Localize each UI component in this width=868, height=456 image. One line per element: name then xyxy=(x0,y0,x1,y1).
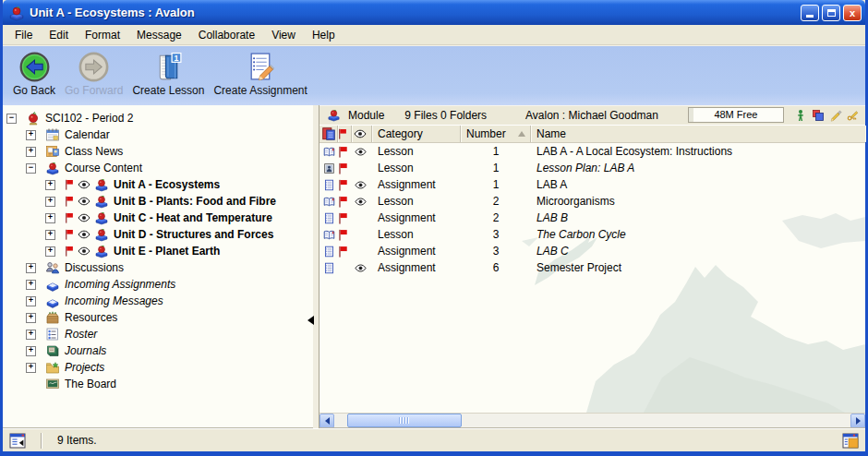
menu-view[interactable]: View xyxy=(263,27,304,43)
tree-item-unit-a-ecosystems[interactable]: +Unit A - Ecosystems xyxy=(3,176,313,193)
item-type-cell xyxy=(319,193,338,210)
menu-edit[interactable]: Edit xyxy=(41,27,77,43)
panel-toggle-right-icon[interactable] xyxy=(841,433,860,449)
splitter[interactable] xyxy=(313,105,319,428)
eye-icon xyxy=(355,179,367,191)
maximize-button[interactable] xyxy=(822,5,840,21)
window-title: Unit A - Ecosystems : Avalon xyxy=(30,6,798,19)
tree-item-sci102-period-2[interactable]: −SCI102 - Period 2 xyxy=(3,110,313,126)
file-row-microorganisms[interactable]: Lesson2Microorganisms xyxy=(319,193,865,210)
horizontal-scrollbar xyxy=(319,413,865,428)
tree-item-resources[interactable]: +Resources xyxy=(3,309,313,326)
menu-help[interactable]: Help xyxy=(304,27,344,43)
close-button[interactable]: x xyxy=(843,5,862,21)
journal-icon xyxy=(45,343,60,358)
viewed-cell xyxy=(352,176,372,193)
tree-item-class-news[interactable]: +Class News xyxy=(3,143,313,160)
column-category[interactable]: Category xyxy=(372,126,461,142)
tree-item-unit-e-planet-earth[interactable]: +Unit E - Planet Earth xyxy=(3,243,313,259)
name-cell: Lesson Plan: LAB A xyxy=(531,160,865,176)
menu-message[interactable]: Message xyxy=(128,27,190,43)
tree-item-journals[interactable]: +Journals xyxy=(3,342,313,359)
panel-toggle-left-icon[interactable] xyxy=(9,433,28,449)
expand-toggle-course-content[interactable]: − xyxy=(26,163,36,174)
panel-tools xyxy=(790,109,860,122)
create-lesson-button[interactable]: 1Create Lesson xyxy=(129,50,207,98)
maximize-icon xyxy=(827,9,836,17)
layers-icon[interactable] xyxy=(812,109,825,122)
tree-item-incoming-messages[interactable]: +Incoming Messages xyxy=(3,293,313,309)
status-bar: 9 Items. xyxy=(3,428,865,451)
expand-toggle-incoming-messages[interactable]: + xyxy=(26,296,36,306)
expand-toggle-discussions[interactable]: + xyxy=(26,263,36,273)
pencil-icon[interactable] xyxy=(829,109,842,122)
tree-item-the-board[interactable]: +The Board xyxy=(3,376,313,392)
create-assignment-button[interactable]: Create Assignment xyxy=(211,50,309,98)
file-row-lab-c[interactable]: Assignment3LAB C xyxy=(319,243,865,259)
expand-toggle-unit-d-structures-and-forces[interactable]: + xyxy=(45,230,55,240)
file-row-lesson-plan-lab-a[interactable]: Lesson1Lesson Plan: LAB A xyxy=(319,160,865,176)
scrollbar-track[interactable] xyxy=(334,414,850,428)
tree-item-projects[interactable]: +Projects xyxy=(3,359,313,376)
eye-icon xyxy=(78,180,90,189)
scrollbar-thumb[interactable] xyxy=(347,414,462,427)
column-number[interactable]: Number xyxy=(461,126,531,142)
file-row-lab-a[interactable]: Assignment1LAB A xyxy=(319,176,865,193)
tree-item-unit-d-structures-and-forces[interactable]: +Unit D - Structures and Forces xyxy=(3,226,313,243)
expand-toggle-unit-c-heat-and-temperature[interactable]: + xyxy=(45,213,55,223)
notepad-icon xyxy=(323,179,335,191)
pencil-key-icon[interactable] xyxy=(847,109,860,122)
tree-item-discussions[interactable]: +Discussions xyxy=(3,259,313,276)
collapse-panel-arrow-icon[interactable] xyxy=(307,316,314,325)
flag-cell xyxy=(338,193,352,210)
person-icon[interactable] xyxy=(794,109,807,122)
category-cell: Lesson xyxy=(372,160,461,176)
scroll-right-button[interactable] xyxy=(850,414,865,428)
file-row-the-carbon-cycle[interactable]: Lesson3The Carbon Cycle xyxy=(319,226,865,243)
tree-item-course-content[interactable]: −Course Content xyxy=(3,160,313,176)
file-row-lab-b[interactable]: Assignment2LAB B xyxy=(319,210,865,226)
menu-collaborate[interactable]: Collaborate xyxy=(190,27,263,43)
name-cell: LAB B xyxy=(531,210,865,226)
name-cell: LAB C xyxy=(531,243,865,259)
slide-icon xyxy=(323,162,335,174)
tree-item-unit-b-plants-food-and-fibre[interactable]: +Unit B - Plants: Food and Fibre xyxy=(3,193,313,210)
menu-format[interactable]: Format xyxy=(77,27,128,43)
expand-toggle-incoming-assignments[interactable]: + xyxy=(26,280,36,290)
item-type-cell xyxy=(319,226,338,243)
column-name[interactable]: Name xyxy=(531,126,865,142)
go-forward-label: Go Forward xyxy=(65,84,123,97)
expand-toggle-journals[interactable]: + xyxy=(26,346,36,356)
expand-toggle-unit-e-planet-earth[interactable]: + xyxy=(45,246,55,257)
tree-label-journals: Journals xyxy=(65,344,106,357)
menu-file[interactable]: File xyxy=(6,27,41,43)
expand-toggle-calendar[interactable]: + xyxy=(26,130,36,140)
column-item-type[interactable] xyxy=(319,126,338,142)
expand-toggle-class-news[interactable]: + xyxy=(26,147,36,157)
expand-toggle-unit-b-plants-food-and-fibre[interactable]: + xyxy=(45,197,55,207)
category-cell: Assignment xyxy=(372,259,461,276)
application-window: Unit A - Ecosystems : Avalon x FileEditF… xyxy=(0,0,868,456)
flag-icon xyxy=(337,179,349,191)
menu-bar: FileEditFormatMessageCollaborateViewHelp xyxy=(3,25,865,45)
file-row-semester-project[interactable]: Assignment6Semester Project xyxy=(319,259,865,276)
go-back-button[interactable]: Go Back xyxy=(10,50,58,98)
tree-item-roster[interactable]: +Roster xyxy=(3,326,313,342)
file-row-lab-a-a-local-ecosystem-instructions[interactable]: Lesson1LAB A - A Local Ecosystem: Instru… xyxy=(319,143,865,160)
flag-cell xyxy=(338,176,352,193)
roster-icon xyxy=(45,327,60,342)
expand-toggle-projects[interactable]: + xyxy=(26,363,36,373)
expand-toggle-unit-a-ecosystems[interactable]: + xyxy=(45,180,55,190)
expand-toggle-roster[interactable]: + xyxy=(26,330,36,340)
tree-item-unit-c-heat-and-temperature[interactable]: +Unit C - Heat and Temperature xyxy=(3,210,313,226)
scroll-left-button[interactable] xyxy=(319,414,334,428)
tree-item-incoming-assignments[interactable]: +Incoming Assignments xyxy=(3,276,313,293)
tree-item-calendar[interactable]: +Calendar xyxy=(3,126,313,143)
column-flag[interactable] xyxy=(338,126,352,142)
minimize-button[interactable] xyxy=(801,5,819,21)
minimize-icon xyxy=(806,15,814,18)
expand-toggle-sci102-period-2[interactable]: − xyxy=(6,114,17,124)
people-icon xyxy=(45,260,60,275)
expand-toggle-resources[interactable]: + xyxy=(26,313,36,323)
column-viewed[interactable] xyxy=(352,126,372,142)
